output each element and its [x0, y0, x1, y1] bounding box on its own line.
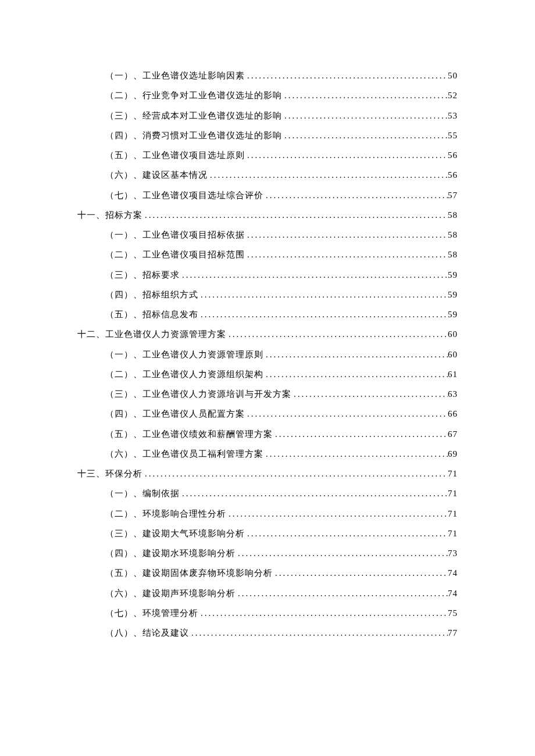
toc-entry: （五）、工业色谱仪绩效和薪酬管理方案67 — [105, 427, 458, 442]
toc-entry-page: 59 — [448, 268, 458, 282]
toc-entry-title: （三）、经营成本对工业色谱仪选址的影响 — [105, 109, 282, 123]
toc-dots — [236, 586, 448, 601]
toc-entry: （一）、工业色谱仪项目招标依据58 — [105, 228, 458, 242]
toc-entry: （三）、建设期大气环境影响分析71 — [105, 526, 458, 541]
toc-dots — [226, 507, 448, 521]
toc-entry-title: （五）、建设期固体废弃物环境影响分析 — [105, 566, 273, 581]
toc-dots — [226, 327, 448, 342]
toc-dots — [263, 447, 448, 461]
toc-entry-page: 77 — [448, 626, 458, 640]
toc-entry-title: （四）、招标组织方式 — [105, 288, 198, 302]
toc-entry: （五）、招标信息发布59 — [105, 307, 458, 322]
toc-entry-title: （八）、结论及建议 — [105, 626, 189, 640]
toc-entry-page: 69 — [448, 447, 458, 461]
toc-dots — [180, 486, 448, 501]
toc-entry-page: 61 — [448, 367, 458, 382]
table-of-contents: （一）、工业色谱仪选址影响因素50（二）、行业竞争对工业色谱仪选址的影响52（三… — [77, 69, 458, 640]
toc-entry-title: （四）、建设期水环境影响分析 — [105, 546, 236, 561]
toc-entry: （二）、行业竞争对工业色谱仪选址的影响52 — [105, 88, 458, 103]
toc-entry-page: 60 — [448, 347, 458, 362]
toc-dots — [198, 288, 448, 302]
toc-dots — [198, 307, 448, 322]
toc-dots — [245, 526, 448, 541]
toc-dots — [282, 109, 448, 123]
toc-dots — [263, 367, 448, 382]
toc-entry: （三）、经营成本对工业色谱仪选址的影响53 — [105, 109, 458, 123]
toc-entry-page: 71 — [448, 486, 458, 501]
toc-dots — [189, 626, 448, 640]
toc-entry-title: （六）、建设期声环境影响分析 — [105, 586, 236, 601]
toc-dots — [273, 427, 448, 442]
toc-dots — [180, 268, 448, 282]
toc-dots — [245, 148, 448, 163]
toc-entry-page: 66 — [448, 407, 458, 421]
toc-entry-title: （七）、环境管理分析 — [105, 606, 198, 621]
toc-entry-title: （七）、工业色谱仪项目选址综合评价 — [105, 188, 263, 203]
toc-entry-title: （二）、行业竞争对工业色谱仪选址的影响 — [105, 88, 282, 103]
toc-entry-page: 56 — [448, 168, 458, 182]
toc-entry-page: 57 — [448, 188, 458, 203]
toc-entry-page: 67 — [448, 427, 458, 442]
toc-entry-page: 56 — [448, 148, 458, 163]
toc-dots — [142, 467, 448, 481]
toc-entry-page: 58 — [448, 228, 458, 242]
toc-entry-page: 75 — [448, 606, 458, 621]
toc-entry-title: （五）、工业色谱仪项目选址原则 — [105, 148, 245, 163]
toc-dots — [291, 387, 448, 402]
toc-entry: （四）、建设期水环境影响分析73 — [105, 546, 458, 561]
toc-entry: （七）、工业色谱仪项目选址综合评价57 — [105, 188, 458, 203]
toc-entry-title: （六）、工业色谱仪员工福利管理方案 — [105, 447, 263, 461]
toc-entry: （五）、建设期固体废弃物环境影响分析74 — [105, 566, 458, 581]
toc-dots — [282, 88, 448, 103]
toc-entry-title: 十二、工业色谱仪人力资源管理方案 — [77, 327, 226, 342]
toc-entry: （四）、招标组织方式59 — [105, 288, 458, 302]
toc-entry-title: （二）、环境影响合理性分析 — [105, 507, 226, 521]
toc-entry: （五）、工业色谱仪项目选址原则56 — [105, 148, 458, 163]
toc-dots — [282, 128, 448, 143]
toc-entry-page: 58 — [448, 208, 458, 223]
toc-entry-title: （一）、编制依据 — [105, 486, 180, 501]
toc-entry: （二）、环境影响合理性分析71 — [105, 507, 458, 521]
toc-entry-page: 73 — [448, 546, 458, 561]
toc-entry-title: （三）、招标要求 — [105, 268, 180, 282]
toc-entry: （七）、环境管理分析75 — [105, 606, 458, 621]
toc-entry: （六）、建设期声环境影响分析74 — [105, 586, 458, 601]
toc-entry: （一）、工业色谱仪选址影响因素50 — [105, 69, 458, 83]
toc-dots — [198, 606, 448, 621]
toc-entry: 十三、环保分析71 — [77, 467, 458, 481]
toc-entry: 十一、招标方案58 — [77, 208, 458, 223]
toc-entry-page: 74 — [448, 566, 458, 581]
toc-dots — [208, 168, 448, 182]
toc-dots — [245, 407, 448, 421]
toc-dots — [245, 69, 448, 83]
toc-entry-title: （三）、建设期大气环境影响分析 — [105, 526, 245, 541]
toc-entry-page: 53 — [448, 109, 458, 123]
toc-entry-page: 59 — [448, 307, 458, 322]
toc-entry: （一）、工业色谱仪人力资源管理原则60 — [105, 347, 458, 362]
toc-entry-title: （二）、工业色谱仪项目招标范围 — [105, 248, 245, 262]
toc-dots — [273, 566, 448, 581]
toc-entry-page: 59 — [448, 288, 458, 302]
toc-entry-title: （一）、工业色谱仪项目招标依据 — [105, 228, 245, 242]
toc-entry-title: （六）、建设区基本情况 — [105, 168, 208, 182]
toc-entry: （二）、工业色谱仪人力资源组织架构61 — [105, 367, 458, 382]
toc-entry-title: （四）、工业色谱仪人员配置方案 — [105, 407, 245, 421]
toc-entry-title: （一）、工业色谱仪人力资源管理原则 — [105, 347, 263, 362]
toc-dots — [263, 347, 448, 362]
toc-entry-title: （三）、工业色谱仪人力资源培训与开发方案 — [105, 387, 291, 402]
toc-entry-page: 71 — [448, 467, 458, 481]
toc-entry-page: 74 — [448, 586, 458, 601]
toc-entry: 十二、工业色谱仪人力资源管理方案60 — [77, 327, 458, 342]
toc-entry: （三）、工业色谱仪人力资源培训与开发方案63 — [105, 387, 458, 402]
toc-entry: （一）、编制依据71 — [105, 486, 458, 501]
toc-entry-page: 52 — [448, 88, 458, 103]
toc-entry-title: （一）、工业色谱仪选址影响因素 — [105, 69, 245, 83]
toc-dots — [245, 228, 448, 242]
toc-entry-page: 55 — [448, 128, 458, 143]
toc-entry: （六）、建设区基本情况56 — [105, 168, 458, 182]
toc-entry-title: 十三、环保分析 — [77, 467, 142, 481]
toc-entry: （四）、工业色谱仪人员配置方案66 — [105, 407, 458, 421]
toc-entry-page: 58 — [448, 248, 458, 262]
toc-entry-page: 60 — [448, 327, 458, 342]
toc-entry-page: 71 — [448, 507, 458, 521]
